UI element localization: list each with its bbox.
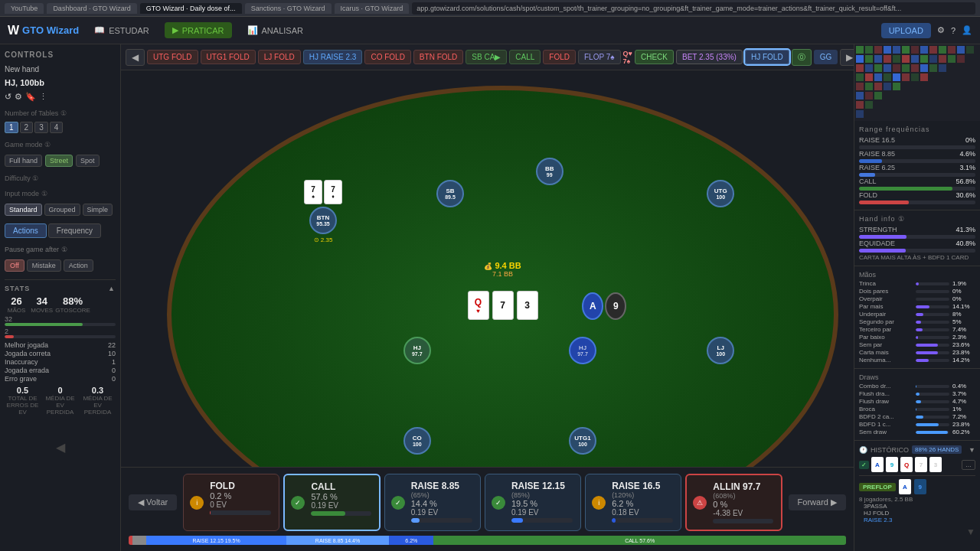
nav-estudar[interactable]: 📖 ESTUDAR [87, 22, 157, 38]
equity-row: EQUIDADE 40.8% [859, 240, 975, 247]
style-standard[interactable]: Standard [5, 204, 42, 216]
num-tab-3[interactable]: 3 [34, 122, 48, 133]
allin-icon: ⚠ [693, 496, 707, 510]
style-row: Standard Grouped Simple [5, 204, 116, 216]
lj-position: LJ 100 [707, 337, 734, 364]
action-raise1215[interactable]: ✓ RAISE 12.15 (85%) 19.5 % 0.19 EV [485, 474, 581, 531]
tab-icarus[interactable]: Icarus · GTO Wizard [335, 3, 410, 14]
ab-utg[interactable]: UTG FOLD [147, 50, 198, 64]
pause-row: Pause game after ① [5, 246, 116, 253]
ab-lj[interactable]: LJ FOLD [258, 50, 301, 64]
num-tab-1[interactable]: 1 [5, 122, 18, 133]
draw-broca: Broca 1% [859, 406, 975, 412]
ab-utg1[interactable]: UTG1 FOLD [201, 50, 256, 64]
bookmark-icon[interactable]: 🔖 [25, 92, 36, 102]
style-simple[interactable]: Simple [83, 204, 113, 216]
ht-sem-par: Sem par 23.6% [859, 341, 975, 348]
settings-icon[interactable]: ⚙ [937, 25, 945, 35]
nav-analisar[interactable]: 📊 ANALISAR [240, 22, 311, 38]
hist-card-a: A [871, 457, 884, 472]
hist-card-q: Q [900, 457, 913, 472]
ht-nenhuma: Nenhuma... 14.2% [859, 357, 975, 364]
raise885-sub: (65%) [411, 491, 472, 499]
refresh-icon[interactable]: ↺ [5, 92, 11, 102]
svg-rect-48 [893, 83, 900, 90]
ab-flop[interactable]: FLOP 7♠ [578, 50, 621, 64]
ab-fold[interactable]: FOLD [543, 50, 576, 64]
preflop-header: PREFLOP A 9 [859, 479, 975, 494]
forward-button[interactable]: Forward ▶ [789, 494, 846, 510]
upload-button[interactable]: UPLOAD [881, 23, 931, 38]
tab-sanctions[interactable]: Sanctions · GTO Wizard [245, 3, 332, 14]
svg-rect-41 [902, 73, 910, 81]
style-grouped[interactable]: Grouped [44, 204, 80, 216]
svg-rect-32 [911, 64, 919, 72]
right-sidebar: Range frequências RAISE 16.5 0% RAISE 8.… [854, 44, 980, 551]
ht-overpair: Overpair 0% [859, 295, 975, 302]
history-expand-icon[interactable]: ▼ [969, 446, 975, 454]
ab-co[interactable]: CO FOLD [364, 50, 410, 64]
svg-rect-39 [884, 73, 891, 81]
ab-check[interactable]: CHECK [635, 50, 674, 64]
ab-hj-active[interactable]: ⓪ [792, 49, 812, 66]
btn-position: 7♠ 7♦ BTN 95.35 ⊙ 2.35 [304, 180, 342, 243]
dots-icon[interactable]: ⋮ [39, 92, 47, 102]
raise885-icon: ✓ [391, 496, 405, 510]
action-allin[interactable]: ⚠ ALLIN 97.7 (608%) 0 % -4.38 EV [685, 474, 782, 531]
tab-frequency[interactable]: Frequency [48, 223, 101, 238]
play-icon: ▶ [172, 25, 178, 35]
num-tab-4[interactable]: 4 [50, 122, 64, 133]
ab-hj-fold[interactable]: HJ FOLD [745, 50, 789, 64]
ab-hj-raise[interactable]: HJ RAISE 2.3 [303, 50, 363, 64]
tab-dashboard[interactable]: Dashboard · GTO Wizard [47, 3, 136, 14]
action-raise885[interactable]: ✓ RAISE 8.85 (65%) 14.4 % 0.19 EV [384, 474, 481, 531]
ht-carta-mais: Carta mais 23.8% [859, 349, 975, 356]
stats-collapse-icon[interactable]: ▲ [108, 285, 116, 292]
controls-icons: ↺ ⚙ 🔖 ⋮ [5, 92, 116, 102]
sb-circle: SB 89.5 [436, 180, 464, 207]
next-btn[interactable]: ▶ [840, 49, 854, 66]
range-item-raise165: RAISE 16.5 0% [859, 136, 975, 144]
sidebar-collapse-btn[interactable]: ◀ [5, 440, 116, 455]
svg-rect-52 [856, 101, 864, 109]
ab-bet[interactable]: BET 2.35 (33%) [676, 50, 743, 64]
tab-youtube[interactable]: YouTube [5, 3, 44, 14]
back-button[interactable]: ◀ Voltar [129, 494, 177, 510]
range-item-raise625: RAISE 6.25 3.1% [859, 164, 975, 171]
header-right: UPLOAD ⚙ ? 👤 [881, 23, 972, 38]
stat-hands: 26 MÃOS [5, 295, 28, 314]
svg-rect-36 [856, 73, 864, 81]
action-fold[interactable]: i FOLD 0.2 % 0 EV [183, 474, 279, 531]
villain-a: A [582, 292, 603, 320]
range-freq-section: Range frequências RAISE 16.5 0% RAISE 8.… [854, 121, 980, 210]
pot-label: 💰 9.4 BB [484, 261, 521, 270]
mode-full-hand[interactable]: Full hand [5, 155, 42, 167]
help-icon[interactable]: ? [951, 26, 956, 35]
svg-rect-35 [939, 64, 946, 72]
mistake-off[interactable]: Off [5, 259, 24, 272]
nav-praticar[interactable]: ▶ PRATICAR [165, 22, 232, 38]
ab-sb[interactable]: SB CA▶ [466, 50, 507, 64]
ab-gg[interactable]: GG [814, 50, 838, 64]
raise165-label: RAISE 16.5 [612, 481, 673, 491]
action-call[interactable]: ✓ CALL 57.6 % 0.19 EV [283, 474, 380, 531]
history-arrow-down[interactable]: ▼ [859, 527, 975, 537]
ab-btn-fold[interactable]: BTN FOLD [413, 50, 463, 64]
svg-rect-8 [920, 46, 928, 54]
num-tab-2[interactable]: 2 [20, 122, 34, 133]
user-icon[interactable]: 👤 [962, 25, 972, 35]
ab-call[interactable]: CALL [509, 50, 541, 64]
gear-icon[interactable]: ⚙ [15, 92, 22, 102]
mode-spot[interactable]: Spot [76, 155, 100, 167]
mode-street[interactable]: Street [45, 155, 73, 167]
prev-btn[interactable]: ◀ [126, 49, 145, 66]
left-sidebar: CONTROLS New hand HJ, 100bb ↺ ⚙ 🔖 ⋮ Numb… [0, 44, 121, 551]
mistake-mistake[interactable]: Mistake [27, 259, 61, 272]
tab-gto-daily[interactable]: GTO Wizard · Daily dose of... [140, 3, 242, 14]
mistake-action[interactable]: Action [64, 259, 93, 272]
tab-actions[interactable]: Actions [5, 223, 47, 238]
action-raise165[interactable]: i RAISE 16.5 (120%) 6.2 % 0.18 EV [585, 474, 681, 531]
svg-rect-37 [865, 73, 873, 81]
freq-raise885: RAISE 8.85 14.4% [286, 536, 390, 545]
draws-title: Draws [859, 373, 975, 381]
